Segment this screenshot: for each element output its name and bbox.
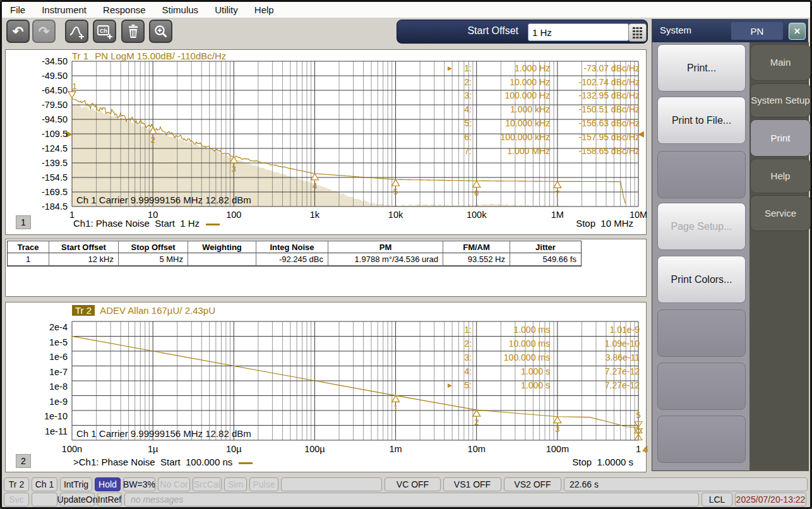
status-tr-2[interactable]: Tr 2 — [4, 477, 29, 491]
marker-1[interactable]: 1 — [392, 395, 400, 412]
undo-button[interactable]: ↶ — [6, 20, 30, 43]
side-button-print-colors[interactable]: Print Colors... — [657, 256, 746, 303]
x-tick-label: 1µ — [126, 444, 179, 454]
marker-readout-x: 1.000 kHz — [472, 104, 550, 114]
side-button-page-setup: Page Setup... — [657, 203, 746, 250]
y-tick-label: -79.50 — [12, 100, 68, 110]
tab-main[interactable]: Main — [750, 44, 811, 81]
tab-service[interactable]: Service — [750, 195, 811, 231]
status-updateon[interactable]: UpdateOn — [60, 493, 95, 506]
close-panel-button[interactable]: ✕ — [789, 23, 806, 40]
add-channel-button[interactable]: Ch — [93, 20, 116, 43]
delete-trace-button[interactable] — [121, 20, 145, 43]
add-trace-button[interactable] — [65, 20, 88, 43]
y-tick-label: 1e-11 — [12, 426, 68, 436]
status-bw-3[interactable]: BW=3% — [123, 477, 155, 491]
marker-readout-number: 1: — [457, 63, 472, 73]
trace-color-swatch — [206, 224, 220, 225]
marker-readout-x: 10.000 kHz — [472, 118, 550, 128]
x-tick-label: 100m — [531, 444, 584, 454]
status-hold[interactable]: Hold — [95, 477, 121, 491]
marker-readout-row: 4:1.000 s7.27e-12 — [448, 364, 640, 378]
add-trace-icon — [68, 23, 85, 40]
menu-stimulus[interactable]: Stimulus — [154, 4, 207, 15]
trace-label[interactable]: Tr 1 — [72, 51, 88, 61]
marker-readout-value: 1.01e-9 — [550, 325, 640, 335]
x-tick-label: 1k — [288, 210, 341, 220]
menu-response[interactable]: Response — [95, 4, 154, 15]
marker-readout: 1:1.000 ms1.01e-92:10.000 ms1.09e-103:10… — [448, 323, 640, 392]
status-vc-off[interactable]: VC OFF — [385, 477, 441, 491]
marker-1[interactable]: 1 — [68, 81, 77, 98]
tab-help[interactable]: Help — [750, 159, 811, 193]
carrier-readout: Ch 1 Carrier 9.99999156 MHz 12.82 dBm — [76, 428, 251, 439]
marker-readout-x: 1.000 Hz — [472, 63, 550, 73]
marker-readout-x: 1.000 MHz — [472, 146, 550, 156]
channel-badge: 2 — [16, 454, 31, 468]
marker-readout-number: 7: — [457, 146, 472, 156]
column-header-integ-noise: Integ Noise — [256, 241, 328, 253]
y-tick-label: -169.5 — [12, 187, 68, 197]
marker-number: 1 — [393, 403, 398, 412]
menu-help[interactable]: Help — [246, 4, 282, 15]
status-blank-9[interactable] — [281, 477, 382, 491]
status-inttrig[interactable]: IntTrig — [60, 477, 92, 491]
marker-readout-value: -73.07 dBc/Hz — [550, 63, 640, 73]
marker-5[interactable]: 5 — [392, 179, 400, 196]
marker-number: 2 — [150, 135, 155, 145]
side-button-blank-2 — [657, 151, 746, 198]
trace-label[interactable]: Tr 2 — [72, 305, 95, 316]
active-marker-arrow: ▶ — [448, 382, 457, 388]
menu-file[interactable]: File — [2, 4, 33, 15]
y-tick-label: 1e-9 — [12, 397, 68, 407]
marker-readout-number: 2: — [457, 338, 472, 349]
marker-readout-x: 100.000 kHz — [472, 132, 550, 142]
marker-readout-number: 2: — [457, 77, 472, 87]
side-button-print-to-file[interactable]: Print to File... — [657, 97, 746, 144]
side-button-print[interactable]: Print... — [657, 44, 746, 92]
menu-instrument[interactable]: Instrument — [33, 4, 95, 15]
status-blank-1[interactable] — [32, 493, 57, 506]
start-offset-input[interactable] — [528, 23, 629, 41]
table-header-row: TraceStart OffsetStop OffsetWeightingInt… — [8, 241, 581, 253]
status-pulse: Pulse — [249, 477, 278, 491]
zoom-button[interactable] — [149, 20, 172, 43]
marker-readout-row: 6:100.000 kHz-157.95 dBc/Hz — [448, 130, 640, 144]
menu-utility[interactable]: Utility — [206, 4, 246, 15]
chart-panel-1: 1234567Ch 1 Carrier 9.99999156 MHz 12.82… — [5, 49, 647, 235]
marker-readout-row: 2:10.000 ms1.09e-10 — [448, 337, 640, 350]
marker-2[interactable]: 2 — [473, 410, 481, 427]
status-no-cor: No Cor — [158, 477, 190, 491]
chart-title-1: Tr 1PN LogM 15.00dB/ -110dBc/Hz — [72, 51, 226, 61]
cell-weighting — [188, 253, 256, 266]
marker-readout-number: 3: — [457, 352, 472, 362]
active-marker-arrow: ▶ — [448, 65, 457, 71]
tab-print[interactable]: Print — [750, 119, 811, 157]
status-lcl[interactable]: LCL — [702, 493, 732, 506]
column-header-fm-am: FM/AM — [443, 241, 510, 253]
keypad-button[interactable] — [628, 23, 647, 42]
status-ch-1[interactable]: Ch 1 — [32, 477, 57, 491]
cell-integ-noise: -92.245 dBc — [256, 253, 328, 266]
status-intref[interactable]: IntRef — [97, 493, 122, 506]
x-tick-label: 10k — [369, 210, 422, 220]
marker-7[interactable]: 7 — [554, 181, 561, 198]
status-no-messages: no messages — [124, 493, 699, 506]
marker-readout-value: -150.51 dBc/Hz — [550, 104, 640, 114]
side-button-blank-5 — [657, 309, 746, 357]
status-vs1-off[interactable]: VS1 OFF — [443, 477, 501, 491]
marker-readout-row: 5:10.000 kHz-156.63 dBc/Hz — [448, 116, 640, 130]
marker-readout-row: 1:1.000 ms1.01e-9 — [448, 323, 640, 337]
tab-system-setup[interactable]: System Setup — [750, 83, 811, 117]
channel-footer-left: >Ch1: Phase Noise Start 100.000 ns — [73, 457, 253, 467]
marker-readout-number: 5: — [457, 118, 472, 128]
marker-6[interactable]: 6 — [473, 181, 481, 198]
y-tick-label: -64.50 — [12, 85, 68, 95]
y-tick-label: -94.50 — [12, 114, 68, 124]
keypad-icon — [632, 27, 643, 39]
softkey-panel: System PN ✕ MainSystem SetupPrintHelpSer… — [652, 19, 808, 471]
add-channel-icon: Ch — [96, 23, 113, 40]
x-tick-label: 100n — [45, 444, 99, 454]
status-vs2-off[interactable]: VS2 OFF — [504, 477, 561, 491]
cell-stop-offset: 5 MHz — [119, 253, 188, 266]
